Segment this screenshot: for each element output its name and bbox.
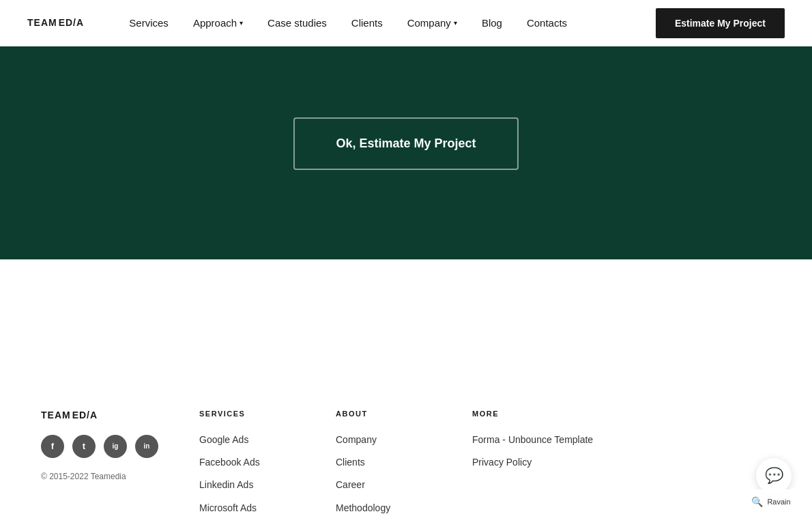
instagram-icon[interactable]: ig xyxy=(104,435,127,458)
chat-widget-button[interactable]: 💬 xyxy=(756,458,792,494)
nav-company[interactable]: Company ▾ xyxy=(407,17,457,29)
white-spacer xyxy=(0,259,812,369)
main-nav: Services Approach ▾ Case studies Clients… xyxy=(129,8,785,38)
footer-about-col: ABOUT Company Clients Career Methodology… xyxy=(336,410,431,514)
facebook-icon[interactable]: f xyxy=(41,435,64,458)
nav-approach[interactable]: Approach ▾ xyxy=(193,17,243,29)
footer-link-google-ads[interactable]: Google Ads xyxy=(199,431,295,448)
chevron-down-icon: ▾ xyxy=(454,19,457,27)
nav-blog[interactable]: Blog xyxy=(482,17,502,29)
chat-icon: 💬 xyxy=(765,467,783,485)
site-footer: TEAM ED/A f t ig in © 2015-2022 Teamedia… xyxy=(0,369,812,514)
social-icons: f t ig in xyxy=(41,435,158,458)
footer-link-linkedin-ads[interactable]: Linkedin Ads xyxy=(199,476,295,494)
footer-more-col: MORE Forma - Unbounce Template Privacy P… xyxy=(472,410,593,514)
ravain-bar[interactable]: 🔍 Ravain xyxy=(730,489,812,514)
footer-services-col: SERVICES Google Ads Facebook Ads Linkedi… xyxy=(199,410,295,514)
footer-brand: TEAM ED/A f t ig in © 2015-2022 Teamedia xyxy=(41,410,158,514)
nav-services[interactable]: Services xyxy=(129,17,169,29)
nav-clients[interactable]: Clients xyxy=(351,17,383,29)
footer-link-microsoft-ads[interactable]: Microsoft Ads xyxy=(199,500,295,514)
ravain-search-icon: 🔍 xyxy=(751,496,763,507)
footer-logo: TEAM ED/A xyxy=(41,410,96,421)
footer-link-company[interactable]: Company xyxy=(336,431,431,448)
twitter-icon[interactable]: t xyxy=(72,435,96,458)
hero-cta-button[interactable]: Ok, Estimate My Project xyxy=(293,117,518,170)
nav-contacts[interactable]: Contacts xyxy=(527,17,567,29)
ravain-label: Ravain xyxy=(767,498,790,506)
footer-link-privacy[interactable]: Privacy Policy xyxy=(472,454,593,471)
footer-link-career[interactable]: Career xyxy=(336,476,431,494)
footer-link-clients[interactable]: Clients xyxy=(336,454,431,471)
header-logo[interactable]: TEAM ED/A xyxy=(27,17,88,29)
linkedin-icon[interactable]: in xyxy=(135,435,158,458)
footer-link-facebook-ads[interactable]: Facebook Ads xyxy=(199,454,295,471)
nav-case-studies[interactable]: Case studies xyxy=(267,17,327,29)
footer-link-forma[interactable]: Forma - Unbounce Template xyxy=(472,431,593,448)
footer-more-title: MORE xyxy=(472,410,593,418)
header-estimate-button[interactable]: Estimate My Project xyxy=(656,8,785,38)
footer-link-methodology[interactable]: Methodology xyxy=(336,500,431,514)
footer-about-title: ABOUT xyxy=(336,410,431,418)
chevron-down-icon: ▾ xyxy=(240,19,243,27)
footer-services-title: SERVICES xyxy=(199,410,295,418)
site-header: TEAM ED/A Services Approach ▾ Case studi… xyxy=(0,0,812,46)
footer-inner: TEAM ED/A f t ig in © 2015-2022 Teamedia… xyxy=(41,410,771,514)
copyright-text: © 2015-2022 Teamedia xyxy=(41,472,158,481)
